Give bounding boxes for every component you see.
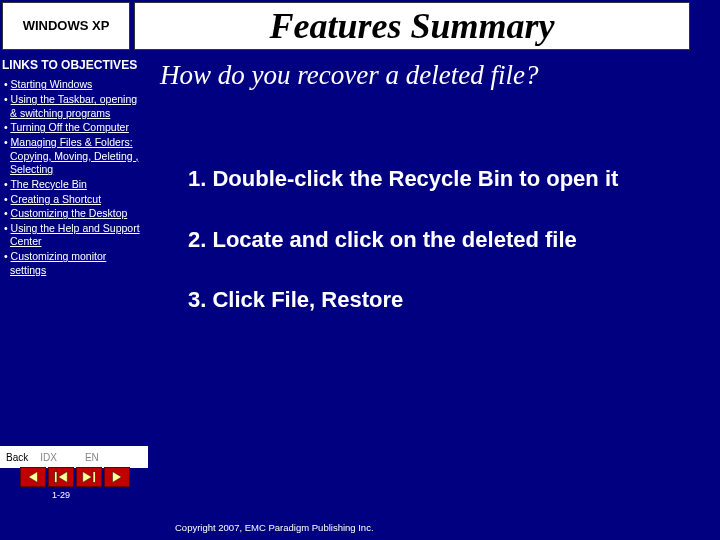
sidebar-item[interactable]: • Customizing the Desktop	[2, 207, 142, 221]
steps-list: 1. Double-click the Recycle Bin to open …	[188, 165, 688, 347]
step-item: 2. Locate and click on the deleted file	[188, 226, 688, 255]
prev-button[interactable]	[20, 467, 46, 487]
product-box: WINDOWS XP	[2, 2, 130, 50]
sidebar: LINKS TO OBJECTIVES • Starting Windows •…	[2, 58, 142, 278]
title-box: Features Summary	[134, 2, 690, 50]
sidebar-item[interactable]: • Managing Files & Folders: Copying, Mov…	[2, 136, 142, 177]
step-item: 1. Double-click the Recycle Bin to open …	[188, 165, 688, 194]
first-button[interactable]	[48, 467, 74, 487]
svg-marker-5	[113, 472, 122, 483]
page-title: Features Summary	[269, 5, 554, 47]
page-number: 1-29	[52, 490, 70, 500]
nav-back[interactable]: Back	[0, 452, 34, 463]
sidebar-list: • Starting Windows • Using the Taskbar, …	[2, 78, 142, 277]
svg-rect-4	[93, 472, 95, 483]
sidebar-item[interactable]: • Using the Taskbar, opening & switching…	[2, 93, 142, 120]
sidebar-item[interactable]: • Customizing monitor settings	[2, 250, 142, 277]
svg-marker-2	[58, 472, 67, 483]
last-button[interactable]	[76, 467, 102, 487]
svg-rect-1	[55, 472, 57, 483]
svg-marker-0	[29, 472, 38, 483]
arrow-row	[20, 467, 130, 487]
question-heading: How do you recover a deleted file?	[160, 60, 538, 91]
sidebar-item[interactable]: • Using the Help and Support Center	[2, 222, 142, 249]
nav-idx[interactable]: IDX	[34, 452, 63, 463]
nav-en[interactable]: EN	[79, 452, 105, 463]
sidebar-item[interactable]: • Turning Off the Computer	[2, 121, 142, 135]
sidebar-item[interactable]: • Creating a Shortcut	[2, 193, 142, 207]
arrow-last-icon	[77, 468, 101, 486]
step-item: 3. Click File, Restore	[188, 286, 688, 315]
sidebar-title: LINKS TO OBJECTIVES	[2, 58, 142, 72]
copyright: Copyright 2007, EMC Paradigm Publishing …	[175, 522, 374, 533]
sidebar-item[interactable]: • Starting Windows	[2, 78, 142, 92]
next-button[interactable]	[104, 467, 130, 487]
svg-marker-3	[83, 472, 92, 483]
arrow-first-icon	[49, 468, 73, 486]
arrow-right-icon	[105, 468, 129, 486]
nav-bar: Back IDX EN	[0, 446, 148, 468]
product-label: WINDOWS XP	[23, 18, 110, 34]
arrow-left-icon	[21, 468, 45, 486]
sidebar-item[interactable]: • The Recycle Bin	[2, 178, 142, 192]
